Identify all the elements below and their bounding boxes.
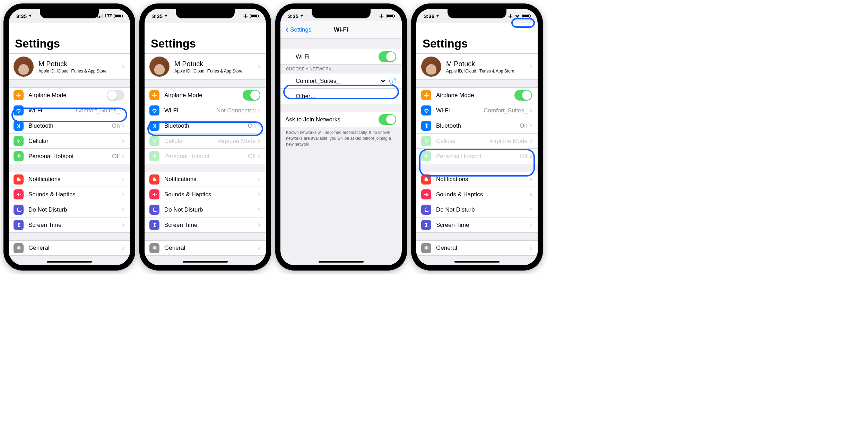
hotspot-value: Off [520,153,527,160]
ask-row[interactable]: Ask to Join Networks [280,112,402,127]
general-icon [149,243,159,253]
row-bluetooth[interactable]: Bluetooth On [9,118,130,134]
airplane-switch[interactable] [243,90,260,101]
row-screentime[interactable]: Screen Time [9,217,130,233]
row-notifications[interactable]: Notifications [9,172,130,187]
chevron-icon [530,137,532,145]
airplane-icon [14,90,24,100]
row-hotspot[interactable]: Personal Hotspot Off [9,149,130,164]
cell-label: Cellular [28,138,122,145]
choose-header: CHOOSE A NETWORK… [280,65,402,74]
airplane-icon [149,90,159,100]
row-sounds[interactable]: Sounds & Haptics [145,187,266,202]
screentime-icon [421,220,431,230]
general-label: General [436,245,530,251]
row-wifi[interactable]: Wi-Fi Comfort_Suites_ [9,103,130,118]
airplane-label: Airplane Mode [436,92,514,99]
general-label: General [28,245,122,251]
carrier-label: LTE [105,14,112,18]
row-sounds[interactable]: Sounds & Haptics [9,187,130,202]
chevron-icon [530,176,532,183]
row-dnd[interactable]: Do Not Disturb [145,202,266,217]
profile-row[interactable]: M Potuck Apple ID, iCloud, iTunes & App … [9,53,130,80]
bt-value: On [248,122,256,129]
row-general[interactable]: General [416,240,538,256]
location-icon [300,14,304,18]
row-cellular[interactable]: Cellular [9,134,130,149]
row-airplane[interactable]: Airplane Mode [145,87,266,103]
back-label: Settings [290,26,311,33]
cellular-icon [14,136,24,146]
chevron-icon [258,221,260,229]
hotspot-label: Personal Hotspot [164,153,248,160]
row-dnd[interactable]: Do Not Disturb [416,202,538,217]
chevron-icon [530,106,532,114]
chevron-icon [530,221,532,229]
row-screentime[interactable]: Screen Time [145,217,266,233]
chevron-icon [122,190,124,198]
row-dnd[interactable]: Do Not Disturb [9,202,130,217]
row-general[interactable]: General [9,240,130,256]
airplane-switch[interactable] [107,90,124,101]
status-time: 3:36 [424,13,434,19]
airplane-status-icon [243,14,248,19]
chevron-icon [258,206,260,214]
home-indicator[interactable] [47,261,92,263]
location-icon [435,14,440,18]
wifi-switch-row[interactable]: Wi-Fi [280,49,402,65]
notif-label: Notifications [164,176,258,183]
settings-list[interactable]: M Potuck Apple ID, iCloud, iTunes & App … [145,53,266,256]
wifi-list[interactable]: Wi-Fi CHOOSE A NETWORK… Comfort_Suites_ … [280,49,402,149]
settings-list[interactable]: M Potuck Apple ID, iCloud, iTunes & App … [9,53,130,256]
sounds-icon [14,189,24,199]
other-row[interactable]: Other… [280,89,402,104]
bt-label: Bluetooth [164,122,248,129]
bt-label: Bluetooth [28,122,112,129]
row-wifi[interactable]: Wi-Fi Comfort_Suites_ [416,103,538,118]
profile-name: M Potuck [446,60,530,68]
chevron-icon [258,137,260,145]
row-sounds[interactable]: Sounds & Haptics [416,187,538,202]
row-wifi[interactable]: Wi-Fi Not Connected [145,103,266,118]
row-bluetooth[interactable]: Bluetooth On [416,118,538,134]
home-indicator[interactable] [454,261,500,263]
page-title: Settings [416,23,538,53]
row-general[interactable]: General [145,240,266,256]
profile-row[interactable]: M Potuck Apple ID, iCloud, iTunes & App … [145,53,266,80]
avatar [421,57,441,77]
chevron-icon [122,221,124,229]
chevron-icon [258,176,260,183]
notifications-icon [14,174,24,185]
screentime-icon [149,220,159,230]
airplane-status-icon [379,14,384,19]
network-row[interactable]: Comfort_Suites_ i [280,74,402,89]
row-airplane[interactable]: Airplane Mode [9,87,130,103]
info-icon[interactable]: i [389,78,396,85]
row-airplane[interactable]: Airplane Mode [416,87,538,103]
row-screentime[interactable]: Screen Time [416,217,538,233]
svg-point-7 [427,177,428,179]
home-indicator[interactable] [319,261,364,263]
wifi-switch-label: Wi-Fi [296,53,379,60]
hotspot-value: Off [112,153,120,160]
home-indicator[interactable] [183,261,228,263]
row-notifications[interactable]: Notifications [145,172,266,187]
wifi-value: Not Connected [216,107,255,114]
bluetooth-icon [421,121,431,131]
wifi-switch[interactable] [379,51,396,62]
settings-list[interactable]: M Potuck Apple ID, iCloud, iTunes & App … [416,53,538,256]
ask-switch[interactable] [379,114,396,125]
back-button[interactable]: Settings [284,26,311,33]
location-icon [28,14,32,18]
airplane-status-icon [508,14,513,19]
sounds-label: Sounds & Haptics [436,191,530,198]
row-bluetooth[interactable]: Bluetooth On [145,118,266,134]
row-notifications[interactable]: Notifications [416,172,538,187]
hotspot-icon [14,151,24,161]
profile-row[interactable]: M Potuck Apple ID, iCloud, iTunes & App … [416,53,538,80]
airplane-switch[interactable] [514,90,532,101]
notch [312,9,371,18]
general-icon [421,243,431,253]
phone-frame-3: 3:35 Settings Wi-Fi Wi-Fi CHOOSE A N [275,3,407,271]
notch [176,9,235,18]
